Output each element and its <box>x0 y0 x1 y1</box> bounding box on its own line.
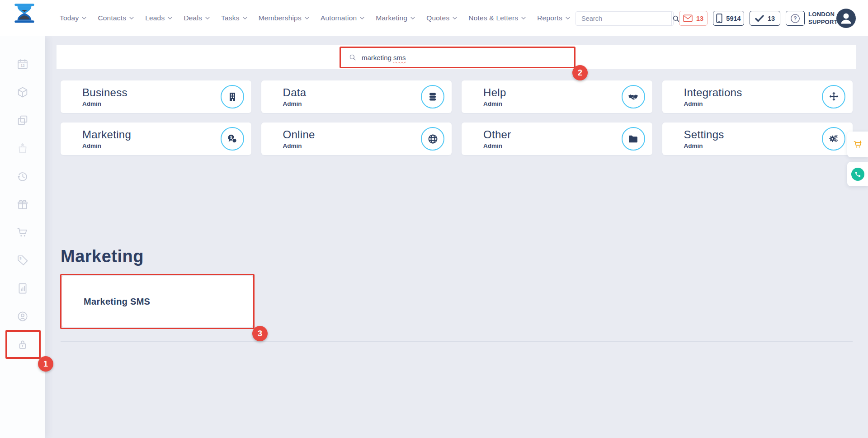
card-marketing-admin[interactable]: Marketing Admin $ <box>61 122 251 155</box>
tile-label: Marketing SMS <box>84 297 150 307</box>
report-doc-icon[interactable] <box>16 282 29 295</box>
tile-marketing-sms[interactable]: Marketing SMS <box>62 276 253 327</box>
nav-marketing-label: Marketing <box>376 14 407 22</box>
nav-marketing[interactable]: Marketing <box>376 14 415 22</box>
card-data-admin[interactable]: Data Admin <box>261 80 452 113</box>
nav-notes-letters[interactable]: Notes & Letters <box>468 14 526 22</box>
person-icon <box>836 9 856 28</box>
cart-icon[interactable] <box>16 226 29 239</box>
nav-leads[interactable]: Leads <box>145 14 172 22</box>
mobile-phone-icon <box>716 14 722 23</box>
left-sidebar: 12 $ <box>0 36 45 438</box>
cube-icon[interactable] <box>16 86 29 99</box>
tasks-badge[interactable]: 13 <box>750 11 780 26</box>
nav-quotes-label: Quotes <box>426 14 449 22</box>
nav-today-label: Today <box>60 14 79 22</box>
calendar-icon[interactable]: 12 <box>16 58 29 71</box>
handshake-icon <box>622 85 645 108</box>
nav-tasks[interactable]: Tasks <box>221 14 247 22</box>
building-icon <box>221 85 244 108</box>
history-icon[interactable] <box>16 170 29 183</box>
section-title: Marketing <box>61 247 144 266</box>
support-user-icon[interactable] <box>16 310 29 323</box>
nav-leads-label: Leads <box>145 14 165 22</box>
chevron-down-icon <box>521 17 526 20</box>
basket-float-button[interactable] <box>847 132 868 157</box>
nav-contacts[interactable]: Contacts <box>98 14 134 22</box>
nav-deals-label: Deals <box>184 14 202 22</box>
header-search <box>576 11 674 26</box>
user-name: LONDON SUPPORT <box>808 10 838 26</box>
move-arrows-icon <box>822 85 845 108</box>
comments-dollar-icon: $ <box>221 127 244 151</box>
phone-badge[interactable]: 5914 <box>713 11 744 26</box>
admin-card-grid: Business Admin Data Admin Help Admin Int… <box>61 80 853 155</box>
top-header: Today Contacts Leads Deals Tasks Members… <box>0 0 868 36</box>
admin-search-text: marketing <box>362 54 393 61</box>
card-settings-admin[interactable]: Settings Admin <box>662 122 853 155</box>
gears-icon <box>822 127 845 151</box>
nav-memberships[interactable]: Memberships <box>259 14 309 22</box>
card-other-admin[interactable]: Other Admin <box>462 122 652 155</box>
chevron-down-icon <box>168 17 172 20</box>
copy-icon[interactable] <box>16 114 29 127</box>
nav-contacts-label: Contacts <box>98 14 126 22</box>
main-nav: Today Contacts Leads Deals Tasks Members… <box>60 0 597 36</box>
nav-today[interactable]: Today <box>60 14 86 22</box>
tasks-count: 13 <box>768 15 775 22</box>
nav-automation[interactable]: Automation <box>321 14 364 22</box>
admin-search-input[interactable]: marketing sms <box>342 49 573 66</box>
folder-icon <box>622 127 645 151</box>
chevron-down-icon <box>360 17 364 20</box>
card-integrations-admin[interactable]: Integrations Admin <box>662 80 853 113</box>
price-tag-icon[interactable]: $ <box>16 254 29 267</box>
nav-quotes[interactable]: Quotes <box>426 14 457 22</box>
database-icon <box>421 85 444 108</box>
card-help-admin[interactable]: Help Admin <box>462 80 652 113</box>
card-online-admin[interactable]: Online Admin <box>261 122 452 155</box>
chevron-down-icon <box>453 17 457 20</box>
svg-text:?: ? <box>793 15 797 22</box>
phone-count: 5914 <box>726 15 741 22</box>
gift-icon[interactable] <box>16 198 29 211</box>
admin-search-misspelled-word: sms <box>393 54 406 61</box>
svg-text:$: $ <box>230 135 232 140</box>
annotation-badge-2: 2 <box>572 65 588 80</box>
admin-search-value: marketing sms <box>362 54 406 61</box>
card-business-admin[interactable]: Business Admin <box>61 80 251 113</box>
globe-icon <box>421 127 444 151</box>
shopping-cart-icon <box>853 139 863 150</box>
check-icon <box>755 15 764 22</box>
svg-text:12: 12 <box>20 64 25 68</box>
chevron-down-icon <box>305 17 309 20</box>
mail-icon <box>683 14 693 22</box>
nav-tasks-label: Tasks <box>221 14 240 22</box>
bag-download-icon[interactable] <box>16 142 29 155</box>
user-avatar[interactable] <box>836 9 856 28</box>
section-divider <box>61 341 853 342</box>
chevron-down-icon <box>205 17 210 20</box>
nav-reports[interactable]: Reports <box>537 14 570 22</box>
chevron-down-icon <box>566 17 570 20</box>
mail-badge[interactable]: 13 <box>679 11 708 26</box>
lock-icon[interactable] <box>16 338 29 351</box>
annotation-badge-3: 3 <box>252 326 268 341</box>
nav-reports-label: Reports <box>537 14 562 22</box>
nav-memberships-label: Memberships <box>259 14 302 22</box>
mail-count: 13 <box>696 15 703 22</box>
user-name-line2: SUPPORT <box>808 18 838 26</box>
question-icon: ? <box>790 14 800 24</box>
nav-deals[interactable]: Deals <box>184 14 210 22</box>
phone-icon <box>851 168 864 181</box>
call-float-button[interactable] <box>847 162 868 186</box>
user-name-line1: LONDON <box>808 10 838 18</box>
chevron-down-icon <box>82 17 86 20</box>
chevron-down-icon <box>243 17 247 20</box>
svg-text:$: $ <box>19 256 22 260</box>
header-search-input[interactable] <box>576 12 671 25</box>
help-badge[interactable]: ? <box>786 11 805 26</box>
app-logo-hourglass[interactable] <box>13 4 36 33</box>
annotation-badge-1: 1 <box>38 356 53 372</box>
nav-automation-label: Automation <box>321 14 357 22</box>
search-icon <box>349 53 357 61</box>
